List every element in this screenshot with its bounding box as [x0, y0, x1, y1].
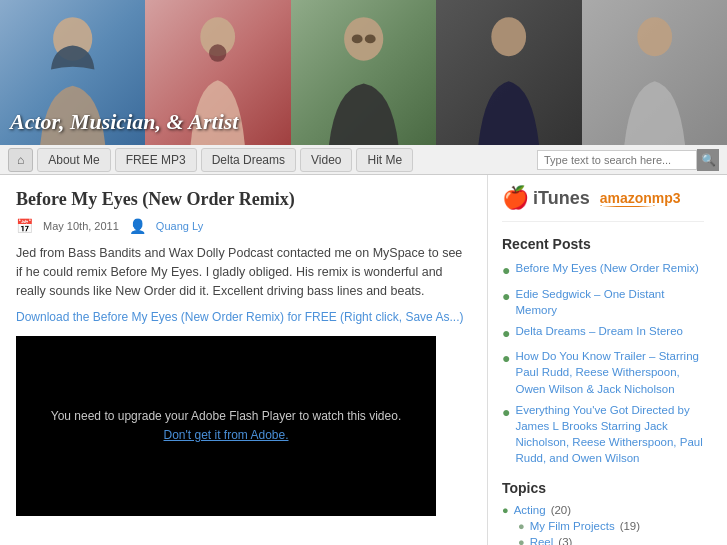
person-icon: 👤 — [129, 218, 146, 234]
svg-point-4 — [352, 34, 363, 43]
recent-posts-section: Recent Posts ● Before My Eyes (New Order… — [502, 236, 704, 466]
nav-item-about-me[interactable]: About Me — [37, 148, 110, 172]
video-message: You need to upgrade your Adobe Flash Pla… — [51, 407, 401, 445]
search-form: 🔍 — [537, 149, 719, 171]
recent-post-link-4[interactable]: Everything You've Got Directed by James … — [515, 402, 704, 466]
header-photo-4 — [436, 0, 581, 145]
bullet-icon: ● — [518, 520, 525, 532]
topic-count-2: (3) — [558, 536, 572, 545]
bullet-icon: ● — [502, 504, 509, 516]
topic-link-0[interactable]: Acting — [514, 504, 546, 516]
topics-list: ● Acting (20) ● My Film Projects (19) ● … — [502, 504, 704, 545]
topic-count-1: (19) — [620, 520, 640, 532]
itunes-label: iTunes — [533, 188, 590, 209]
list-item: ● Reel (3) — [518, 536, 704, 545]
calendar-icon: 📅 — [16, 218, 33, 234]
nav-item-free-mp3[interactable]: FREE MP3 — [115, 148, 197, 172]
post-content: Before My Eyes (New Order Remix) 📅 May 1… — [0, 175, 488, 545]
nav-item-video[interactable]: Video — [300, 148, 352, 172]
bullet-icon: ● — [502, 287, 510, 307]
list-item: ● Edie Sedgwick – One Distant Memory — [502, 286, 704, 318]
bullet-icon: ● — [518, 536, 525, 545]
recent-posts-list: ● Before My Eyes (New Order Remix) ● Edi… — [502, 260, 704, 466]
main-content: Before My Eyes (New Order Remix) 📅 May 1… — [0, 175, 727, 545]
nav-item-hit-me[interactable]: Hit Me — [356, 148, 413, 172]
search-button[interactable]: 🔍 — [697, 149, 719, 171]
video-player[interactable]: You need to upgrade your Adobe Flash Pla… — [16, 336, 436, 516]
topic-link-2[interactable]: Reel — [530, 536, 554, 545]
list-item: ● Before My Eyes (New Order Remix) — [502, 260, 704, 281]
svg-point-2 — [209, 44, 226, 61]
post-title: Before My Eyes (New Order Remix) — [16, 189, 471, 210]
post-body: Jed from Bass Bandits and Wax Dolly Podc… — [16, 244, 471, 300]
sidebar: 🍎 iTunes amazonmp3 Recent Posts ● Before… — [488, 175, 718, 545]
nav-item-delta-dreams[interactable]: Delta Dreams — [201, 148, 296, 172]
nav-home-button[interactable]: ⌂ — [8, 148, 33, 172]
amazon-logo[interactable]: amazonmp3 — [600, 190, 681, 207]
topics-section: Topics ● Acting (20) ● My Film Projects … — [502, 480, 704, 545]
list-item: ● Acting (20) — [502, 504, 704, 516]
navigation: ⌂ About Me FREE MP3 Delta Dreams Video H… — [0, 145, 727, 175]
itunes-logo[interactable]: 🍎 iTunes — [502, 185, 590, 211]
header-photo-3 — [291, 0, 436, 145]
download-link[interactable]: Download the Before My Eyes (New Order R… — [16, 310, 471, 324]
bullet-icon: ● — [502, 349, 510, 369]
svg-point-3 — [344, 17, 383, 61]
post-date: May 10th, 2011 — [43, 220, 119, 232]
post-author[interactable]: Quang Ly — [156, 220, 203, 232]
list-item: ● Everything You've Got Directed by Jame… — [502, 402, 704, 466]
post-meta: 📅 May 10th, 2011 👤 Quang Ly — [16, 218, 471, 234]
video-adobe-link[interactable]: Don't get it from Adobe. — [163, 428, 288, 442]
bullet-icon: ● — [502, 261, 510, 281]
store-logos: 🍎 iTunes amazonmp3 — [502, 185, 704, 222]
list-item: ● My Film Projects (19) — [518, 520, 704, 532]
header-photo-5 — [582, 0, 727, 145]
list-item: ● How Do You Know Trailer – Starring Pau… — [502, 348, 704, 396]
recent-post-link-3[interactable]: How Do You Know Trailer – Starring Paul … — [515, 348, 704, 396]
site-title: Actor, Musician, & Artist — [10, 109, 238, 135]
amazon-label: amazonmp3 — [600, 190, 681, 206]
svg-point-6 — [492, 17, 527, 56]
bullet-icon: ● — [502, 324, 510, 344]
bullet-icon: ● — [502, 403, 510, 423]
recent-post-link-2[interactable]: Delta Dreams – Dream In Stereo — [515, 323, 682, 339]
list-item: ● Delta Dreams – Dream In Stereo — [502, 323, 704, 344]
amazon-underline — [600, 204, 655, 207]
topic-count-0: (20) — [551, 504, 571, 516]
itunes-icon: 🍎 — [502, 185, 529, 211]
site-header: Actor, Musician, & Artist — [0, 0, 727, 145]
topic-link-1[interactable]: My Film Projects — [530, 520, 615, 532]
recent-posts-title: Recent Posts — [502, 236, 704, 252]
recent-post-link-0[interactable]: Before My Eyes (New Order Remix) — [515, 260, 698, 276]
svg-point-5 — [365, 34, 376, 43]
topics-title: Topics — [502, 480, 704, 496]
svg-point-7 — [637, 17, 672, 56]
recent-post-link-1[interactable]: Edie Sedgwick – One Distant Memory — [515, 286, 704, 318]
search-input[interactable] — [537, 150, 697, 170]
